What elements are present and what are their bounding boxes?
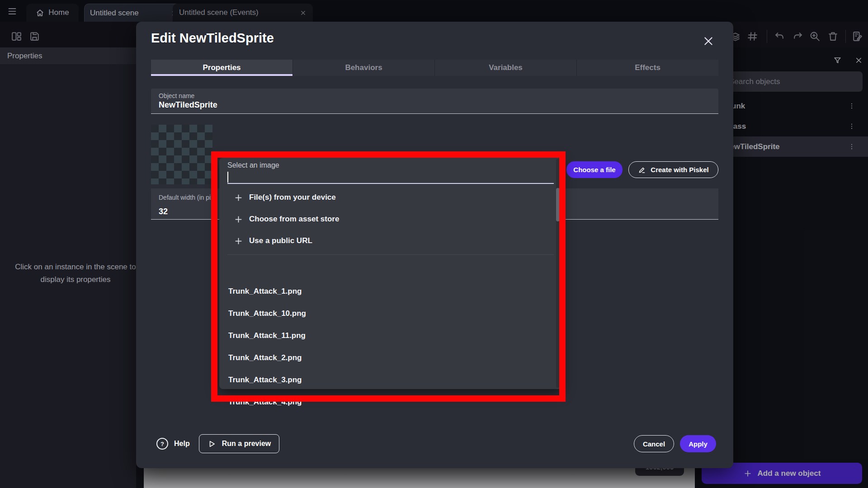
gdevelop-window: Home Untitled scene Untitled scene (Even… bbox=[0, 0, 868, 488]
pencil-icon bbox=[638, 166, 646, 174]
object-name-field: Object name bbox=[151, 89, 718, 114]
edit-object-dialog: Edit NewTiledSprite Properties Behaviors… bbox=[136, 22, 733, 468]
image-search-input[interactable] bbox=[230, 172, 542, 181]
menu-divider bbox=[227, 254, 554, 255]
menu-item-file[interactable]: Trunk_Attack_1.png bbox=[219, 284, 554, 299]
menu-item-file[interactable]: Trunk_Attack_10.png bbox=[219, 306, 554, 321]
plus-icon bbox=[234, 215, 243, 224]
menu-item-file[interactable]: Trunk_Attack_3.png bbox=[219, 372, 554, 388]
texture-preview-thumbnail[interactable] bbox=[151, 125, 212, 184]
tab-behaviors[interactable]: Behaviors bbox=[292, 60, 434, 76]
plus-icon bbox=[234, 193, 243, 202]
text-cursor bbox=[227, 172, 228, 183]
select-image-label: Select an image bbox=[227, 161, 279, 169]
run-a-preview-button[interactable]: Run a preview bbox=[199, 434, 279, 453]
default-width-label: Default width (in pixels) bbox=[159, 194, 217, 201]
select-image-dropdown: Select an image File(s) from your device… bbox=[219, 158, 562, 389]
tab-effects[interactable]: Effects bbox=[576, 60, 718, 76]
menu-item-choose-from-asset-store[interactable]: Choose from asset store bbox=[219, 210, 554, 228]
plus-icon bbox=[234, 236, 243, 246]
help-button[interactable]: ? Help bbox=[156, 438, 190, 450]
tab-properties[interactable]: Properties bbox=[151, 60, 292, 76]
dropdown-scrollbar-thumb[interactable] bbox=[556, 188, 560, 221]
menu-item-file[interactable]: Trunk_Attack_11.png bbox=[219, 328, 554, 343]
apply-button[interactable]: Apply bbox=[680, 435, 716, 452]
input-focus-underline bbox=[227, 183, 554, 184]
menu-item-file[interactable]: Trunk_Attack_2.png bbox=[219, 350, 554, 366]
menu-item-use-public-url[interactable]: Use a public URL bbox=[219, 232, 554, 250]
close-dialog-button[interactable] bbox=[703, 35, 714, 47]
dialog-title: Edit NewTiledSprite bbox=[151, 31, 274, 46]
question-icon: ? bbox=[156, 438, 168, 450]
menu-item-files-from-device[interactable]: File(s) from your device bbox=[219, 188, 554, 206]
tab-variables[interactable]: Variables bbox=[434, 60, 576, 76]
cancel-button[interactable]: Cancel bbox=[634, 435, 674, 452]
choose-a-file-button[interactable]: Choose a file bbox=[566, 161, 623, 178]
default-width-input[interactable] bbox=[159, 207, 213, 216]
close-icon bbox=[703, 35, 714, 47]
object-name-input[interactable] bbox=[159, 100, 701, 110]
create-with-piskel-button[interactable]: Create with Piskel bbox=[628, 161, 718, 178]
play-icon bbox=[208, 440, 216, 448]
menu-item-file[interactable]: Trunk_Attack_4.png bbox=[219, 394, 554, 410]
object-name-label: Object name bbox=[159, 92, 194, 99]
dialog-tabs: Properties Behaviors Variables Effects bbox=[151, 60, 718, 76]
active-tab-underline bbox=[151, 74, 292, 76]
